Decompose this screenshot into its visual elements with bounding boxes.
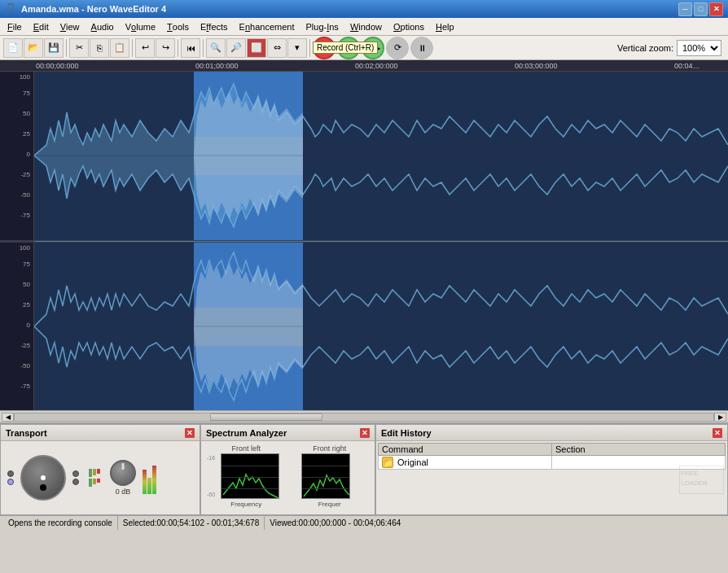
history-row[interactable]: 📁 Original <box>379 456 726 470</box>
zoom-out-button[interactable]: 🔎 <box>226 38 246 58</box>
new-button[interactable]: 📄 <box>3 38 23 58</box>
scrollbar-thumb[interactable] <box>210 413 322 421</box>
status-viewed: Viewed:00:00;00:000 - 00:04;06:464 <box>265 516 406 530</box>
watermark-svg: FREE LOADER <box>679 466 724 494</box>
top-channel[interactable]: 100 75 50 25 0 -25 -50 -75 <box>0 72 728 240</box>
titlebar: 🎵 Amanda.wma - Nero WaveEditor 4 ─ □ ✕ <box>0 0 728 18</box>
waveform-area: 00:00;00:000 00:01;00:000 00:02;00:000 0… <box>0 60 728 410</box>
goto-start-button[interactable]: ⏮ <box>181 38 200 58</box>
spec-y-1: -16 <box>207 455 220 461</box>
copy-button[interactable]: ⎘ <box>90 38 109 58</box>
spectrum-header: Spectrum Analyzer ✕ <box>201 425 375 441</box>
cut-button[interactable]: ✂ <box>69 38 89 58</box>
zoom-extra-button[interactable]: ▾ <box>287 38 307 58</box>
svg-text:LOADER: LOADER <box>681 479 708 487</box>
menu-tools[interactable]: Tools <box>161 19 195 35</box>
toolbar-sep-5 <box>309 39 310 57</box>
minimize-button[interactable]: ─ <box>678 2 692 16</box>
bottom-channel[interactable]: 100 75 50 25 0 -25 -50 -75 <box>0 243 728 411</box>
col-section: Section <box>552 444 726 456</box>
spectrum-close-button[interactable]: ✕ <box>360 428 370 438</box>
transport-header: Transport ✕ <box>1 425 200 441</box>
toolbar-sep-3 <box>178 39 178 57</box>
zoom-select[interactable]: 100% 50% 200% <box>677 40 721 56</box>
menu-edit[interactable]: Edit <box>28 19 55 35</box>
menu-audio[interactable]: Audio <box>86 19 120 35</box>
spectrum-left-label: Front left <box>206 444 287 453</box>
spectrum-right-graph <box>301 453 350 499</box>
zoom-in-button[interactable]: 🔍 <box>206 38 226 58</box>
menu-file[interactable]: File <box>2 19 28 35</box>
spectrum-right-bottom: Frequer <box>290 501 371 508</box>
history-table: Command Section 📁 Original <box>378 443 726 470</box>
status-selected: Selected:00:00;54:102 - 00:01;34:678 <box>118 516 265 530</box>
scroll-left-button[interactable]: ◀ <box>2 413 14 422</box>
transport-controls: 0 dB <box>2 443 198 513</box>
zoom-sel-button[interactable]: ⬜ <box>247 38 266 58</box>
menu-enhancement[interactable]: Enhancement <box>234 19 300 35</box>
time-4: 00:04… <box>674 62 700 70</box>
dot-4 <box>72 479 79 485</box>
transport-knob[interactable] <box>20 455 66 501</box>
undo-button[interactable]: ↩ <box>135 38 155 58</box>
toolbar-sep-1 <box>66 39 67 57</box>
menubar: File Edit View Audio Volume Tools Effect… <box>0 18 728 36</box>
menu-window[interactable]: Window <box>344 19 388 35</box>
save-button[interactable]: 💾 <box>44 38 64 58</box>
waveform-bottom-svg <box>34 243 728 411</box>
col-command: Command <box>379 444 552 456</box>
right-meters <box>143 461 156 494</box>
scroll-right-button[interactable]: ▶ <box>714 413 726 422</box>
dot-2 <box>7 479 14 485</box>
history-close-button[interactable]: ✕ <box>713 428 722 438</box>
menu-volume[interactable]: Volume <box>120 19 161 35</box>
time-2: 00:02;00:000 <box>355 62 398 70</box>
transport-right-dots <box>72 470 79 485</box>
menu-plugins[interactable]: Plug-Ins <box>300 19 344 35</box>
toolbar-sep-4 <box>203 39 204 57</box>
scrollbar-track[interactable] <box>14 413 714 422</box>
time-0: 00:00;00:000 <box>36 62 79 70</box>
spectrum-left-graph <box>221 453 279 499</box>
dot-3 <box>72 470 79 477</box>
spec-y-2: -60 <box>207 492 220 497</box>
maximize-button[interactable]: □ <box>694 2 708 16</box>
paste-button[interactable]: 📋 <box>110 38 129 58</box>
stop-button[interactable]: ⟳ <box>386 37 409 59</box>
transport-content: 0 dB <box>1 441 200 514</box>
history-panel: Edit History ✕ Command Section 📁 Origina… <box>375 424 728 515</box>
title-icon: 🎵 <box>5 2 18 15</box>
spectrum-left-channel: Front left -16 -60 <box>206 444 287 508</box>
pause-button[interactable]: ⏸ <box>410 37 433 59</box>
title-text: Amanda.wma - Nero WaveEditor 4 <box>21 4 678 14</box>
dot-1 <box>7 470 14 477</box>
spectrum-right-label: Front right <box>290 444 371 453</box>
menu-view[interactable]: View <box>55 19 86 35</box>
menu-help[interactable]: Help <box>430 19 460 35</box>
volume-knob-area: 0 dB <box>110 460 136 496</box>
open-button[interactable]: 📂 <box>24 38 43 58</box>
waveform-top-svg <box>34 72 728 240</box>
y-axis-bottom: 100 75 50 25 0 -25 -50 -75 <box>0 243 34 411</box>
svg-text:FREE: FREE <box>681 470 698 477</box>
watermark: FREE LOADER <box>675 466 724 498</box>
close-button[interactable]: ✕ <box>709 2 723 16</box>
history-header: Edit History ✕ <box>376 425 727 441</box>
redo-button[interactable]: ↪ <box>156 38 175 58</box>
menu-effects[interactable]: Effects <box>195 19 234 35</box>
play2-button[interactable]: ▶▶ <box>362 37 384 59</box>
transport-knob-indicator <box>41 475 46 480</box>
volume-knob[interactable] <box>110 460 136 486</box>
level-bar-group <box>89 469 100 477</box>
y-axis-top: 100 75 50 25 0 -25 -50 -75 <box>0 72 34 240</box>
play-button[interactable]: ▶ <box>337 37 360 59</box>
toolbar: 📄 📂 💾 ✂ ⎘ 📋 ↩ ↪ ⏮ 🔍 🔎 ⬜ ⇔ ▾ ⏺ ▶ ▶▶ ⟳ ⏸ R… <box>0 36 728 60</box>
horizontal-scrollbar[interactable]: ◀ ▶ <box>0 410 728 422</box>
transport-close-button[interactable]: ✕ <box>185 428 195 438</box>
toolbar-sep-2 <box>132 39 133 57</box>
record-button[interactable]: ⏺ <box>313 37 335 59</box>
zoom-fit-button[interactable]: ⇔ <box>267 38 287 58</box>
status-hint: Opens the recording console <box>3 516 118 530</box>
menu-options[interactable]: Options <box>388 19 430 35</box>
time-3: 00:03;00:000 <box>515 62 558 70</box>
